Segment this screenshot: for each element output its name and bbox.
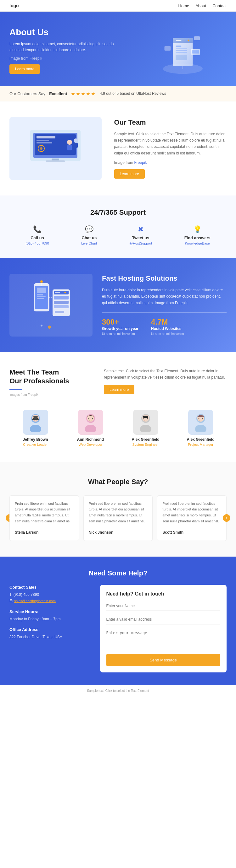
svg-point-23 — [74, 138, 78, 143]
team-image — [9, 117, 102, 180]
svg-point-38 — [64, 291, 66, 293]
alex2-avatar-icon — [193, 413, 209, 432]
testimonial-3-name: Scott Smith — [162, 529, 221, 535]
svg-rect-18 — [36, 136, 55, 138]
team-member-3: Alex Greenfield System Engineer — [120, 410, 172, 446]
svg-point-66 — [195, 425, 206, 432]
svg-point-63 — [143, 418, 144, 419]
member-4-role: Project Manager — [175, 443, 227, 446]
bulb-icon: 💡 — [184, 225, 211, 234]
stat-websites-sub: Ut sem ad minim venim — [151, 332, 184, 336]
chat-icon: 💬 — [81, 225, 97, 234]
hero-description: Lorem ipsum dolor sit amet, consectetur … — [9, 41, 129, 53]
avatar-alex1 — [133, 410, 158, 435]
contact-sales-block: Contact Sales T: (910) 456 7890 E: sales… — [9, 585, 94, 604]
svg-rect-8 — [176, 52, 187, 53]
svg-rect-19 — [36, 140, 49, 141]
rating-excellent: Excellent — [49, 91, 67, 96]
team-member-1: Jeffrey Brown Creative Leader — [9, 410, 61, 446]
support-faq-detail[interactable]: KnowledgeBase — [184, 241, 211, 245]
svg-rect-62 — [143, 415, 148, 418]
rating-label: Our Customers Say — [9, 91, 45, 96]
navbar: logo Home About Contact — [0, 0, 236, 11]
svg-rect-26 — [46, 160, 65, 162]
svg-rect-22 — [67, 145, 72, 150]
fast-hosting-image — [9, 274, 93, 337]
help-grid: Contact Sales T: (910) 456 7890 E: sales… — [9, 585, 227, 673]
form-message-input[interactable] — [106, 628, 220, 647]
testimonials-wrapper: ‹ Proin sed libero enim sed faucibus tur… — [9, 495, 227, 541]
nav-about[interactable]: About — [195, 3, 206, 8]
help-title: Need Some Help? — [9, 569, 227, 577]
svg-rect-7 — [176, 50, 187, 51]
svg-point-44 — [48, 326, 51, 329]
nav-home[interactable]: Home — [178, 3, 189, 8]
svg-point-4 — [188, 39, 189, 41]
svg-rect-51 — [33, 416, 38, 418]
service-hours-block: Service Hours: Monday to Friday : 9am – … — [9, 609, 94, 622]
svg-point-55 — [85, 425, 96, 432]
logo: logo — [9, 3, 19, 8]
form-title: Need help? Get in touch — [106, 591, 220, 597]
svg-rect-24 — [74, 143, 78, 148]
team-cards: Jeffrey Brown Creative Leader Ann Richmo… — [9, 410, 227, 446]
member-1-role: Creative Leader — [9, 443, 61, 446]
svg-rect-34 — [37, 298, 44, 299]
member-2-role: Web Developer — [64, 443, 116, 446]
stat-websites: 4.7M Hosted Websites Ut sem ad minim ven… — [151, 318, 184, 336]
our-team-description: Sample text. Click to select the Text El… — [114, 131, 227, 157]
svg-point-69 — [202, 418, 203, 419]
twitter-icon: ✖ — [129, 225, 152, 234]
support-chat-detail[interactable]: Live Chart — [81, 241, 97, 245]
contact-email: E: sales@hostingdomain.com — [9, 598, 94, 604]
meet-team-img-note: Images from Freepik — [9, 393, 91, 397]
testimonial-3: Proin sed libero enim sed faucibus turpi… — [157, 495, 227, 541]
support-section: 24/7/365 Support 📞 Call us (010) 456 789… — [0, 195, 236, 258]
support-chat: 💬 Chat us Live Chart — [81, 225, 97, 245]
freepik-link[interactable]: Freepik — [134, 160, 147, 165]
svg-point-53 — [37, 418, 38, 419]
avatar-ann — [78, 410, 103, 435]
meet-team-learn-more-button[interactable]: Learn more — [104, 385, 134, 394]
support-faq: 💡 Find answers KnowledgeBase — [184, 225, 211, 245]
nav-contact[interactable]: Contact — [212, 3, 227, 8]
our-team-title: Our Team — [114, 118, 227, 126]
meet-team-section: Meet The TeamOur Professionals Images fr… — [0, 352, 236, 462]
testimonial-1-text: Proin sed libero enim sed faucibus turpi… — [15, 501, 74, 524]
form-send-button[interactable]: Send Message — [106, 654, 220, 666]
hero-img-note: Image from Freepik — [9, 56, 129, 62]
team-member-4: Alex Greenfield Project Manager — [175, 410, 227, 446]
form-email-input[interactable] — [106, 615, 220, 624]
hero-learn-more-button[interactable]: Learn more — [9, 64, 40, 74]
testimonials-section: What People Say? ‹ Proin sed libero enim… — [0, 462, 236, 557]
fast-hosting-section: Fast Hosting Solutions Duis aute irure d… — [0, 258, 236, 352]
avatar-jeffrey — [23, 410, 48, 435]
svg-rect-41 — [54, 305, 69, 308]
form-name-input[interactable] — [106, 601, 220, 611]
svg-rect-40 — [54, 301, 69, 304]
title-underline — [9, 389, 22, 390]
contact-sales-label: Contact Sales — [9, 585, 94, 590]
support-call-detail[interactable]: (010) 456 7890 — [25, 241, 49, 245]
meet-team-header: Meet The TeamOur Professionals Images fr… — [9, 368, 227, 400]
team-learn-more-button[interactable]: Learn more — [114, 169, 145, 179]
meet-team-right: Sample text. Click to select the Text El… — [104, 368, 227, 400]
fast-hosting-content: Fast Hosting Solutions Duis aute irure d… — [102, 274, 227, 336]
meet-team-description: Sample text. Click to select the Text El… — [104, 368, 227, 381]
contact-email-link[interactable]: sales@hostingdomain.com — [14, 599, 56, 603]
svg-point-60 — [140, 425, 151, 432]
svg-rect-42 — [55, 311, 64, 313]
footer-note: Sample text. Click to select the Text El… — [0, 685, 236, 696]
hero-illustration — [130, 11, 236, 86]
hosting-illustration-icon — [26, 277, 76, 333]
svg-rect-33 — [37, 296, 46, 297]
testimonials-title: What People Say? — [9, 478, 227, 486]
svg-point-52 — [33, 418, 34, 419]
member-1-name: Jeffrey Brown — [9, 437, 61, 442]
service-hours-detail: Monday to Friday : 9am – 7pm — [9, 616, 94, 622]
rating-bar: Our Customers Say Excellent ★★★★★ 4.9 ou… — [0, 86, 236, 101]
nav-links: Home About Contact — [178, 3, 227, 8]
testimonials-next-button[interactable]: › — [223, 514, 230, 522]
svg-rect-12 — [194, 36, 200, 40]
support-tweet-detail[interactable]: @HostSupport — [129, 241, 152, 245]
